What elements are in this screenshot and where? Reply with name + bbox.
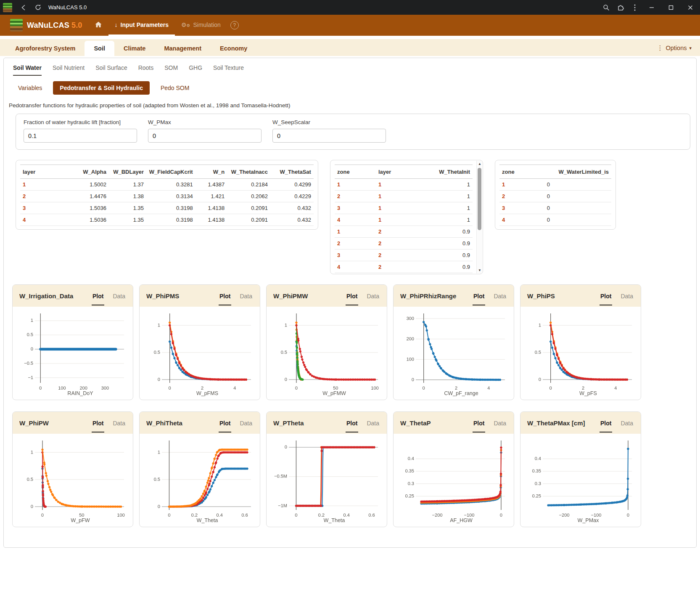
- gears-icon: ⚙⚙: [181, 21, 190, 28]
- table-row: 11.50021.370.32811.43870.21840.4299: [20, 179, 314, 191]
- close-button[interactable]: [681, 0, 700, 15]
- plot-title: W_PTheta: [273, 419, 346, 427]
- tab-soil[interactable]: Soil: [85, 41, 114, 56]
- data-tab[interactable]: Data: [493, 287, 507, 305]
- maximize-button[interactable]: [661, 0, 681, 15]
- input-0[interactable]: [24, 129, 137, 143]
- table-cell: 1.35: [106, 217, 144, 223]
- plot-card-header: W_PThetaPlotData: [267, 412, 387, 434]
- home-button[interactable]: [88, 15, 108, 36]
- pill-variables[interactable]: Variables: [13, 82, 47, 94]
- data-tab[interactable]: Data: [366, 287, 380, 305]
- pill-pedo-som[interactable]: Pedo SOM: [156, 82, 194, 94]
- table-scrollbar[interactable]: ▲▼: [476, 161, 482, 273]
- table-cell: 1: [378, 193, 420, 199]
- table-cell: 0.2091: [225, 205, 268, 211]
- plot-tab[interactable]: Plot: [473, 287, 485, 305]
- plot-tab[interactable]: Plot: [92, 414, 104, 432]
- scroll-up-icon[interactable]: ▲: [477, 162, 483, 166]
- table-row: 111: [335, 179, 473, 191]
- extensions-icon[interactable]: [613, 0, 628, 15]
- tab-agroforestry-system[interactable]: Agroforestry System: [6, 41, 85, 56]
- soil-water-subnav: VariablesPedotransfer & Soil HydraulicPe…: [13, 81, 696, 95]
- chevron-down-icon: ▾: [689, 45, 692, 51]
- soil-subnav: Soil WaterSoil NutrientSoil SurfaceRoots…: [4, 58, 696, 76]
- subtab-ghg[interactable]: GHG: [189, 64, 202, 76]
- plot-tab[interactable]: Plot: [600, 414, 612, 432]
- minimize-button[interactable]: [642, 0, 661, 15]
- table-cell: 0.4299: [268, 181, 311, 188]
- data-tab[interactable]: Data: [112, 414, 126, 432]
- reload-icon[interactable]: [31, 0, 45, 15]
- plot-tab[interactable]: Plot: [346, 287, 358, 305]
- table-cell: 1.38: [106, 193, 144, 199]
- column-header-W_Alpha: W_Alpha: [66, 169, 106, 175]
- back-icon[interactable]: [16, 0, 31, 15]
- plot-body: [13, 434, 133, 527]
- tab-management[interactable]: Management: [155, 41, 211, 56]
- plot-card-header: W_PhiPRhizRangePlotData: [394, 285, 514, 307]
- data-tab[interactable]: Data: [239, 414, 253, 432]
- subtab-soil-texture[interactable]: Soil Texture: [213, 64, 244, 76]
- data-tab[interactable]: Data: [620, 414, 634, 432]
- table-cell: 0.3134: [144, 193, 193, 199]
- scalar-inputs-card: Fraction of water hydraulic lift [fracti…: [16, 114, 690, 150]
- input-2[interactable]: [272, 129, 386, 143]
- header-nav: ↓ Input Parameters ⚙⚙ Simulation: [88, 15, 227, 36]
- pill-pedotransfer-soil-hydraulic[interactable]: Pedotransfer & Soil Hydraulic: [53, 81, 150, 95]
- browser-menu-icon[interactable]: [628, 0, 642, 15]
- table-cell: 0.432: [268, 205, 311, 211]
- plot-canvas: [144, 310, 255, 397]
- plot-tabs: PlotData: [92, 287, 126, 305]
- table-cell: 2: [378, 252, 420, 258]
- scrollbar-thumb[interactable]: [478, 168, 481, 230]
- table-row: 120.9: [335, 226, 473, 238]
- column-header-zone: zone: [502, 169, 547, 175]
- input-1[interactable]: [148, 129, 262, 143]
- app-header: WaNuLCAS5.0 ↓ Input Parameters ⚙⚙ Simula…: [0, 15, 700, 36]
- data-tab[interactable]: Data: [366, 414, 380, 432]
- options-menu[interactable]: ⋮ Options ▾: [657, 44, 700, 56]
- plot-card-W-ThetaP: W_ThetaPPlotData: [393, 411, 514, 527]
- subtab-soil-water[interactable]: Soil Water: [13, 64, 42, 76]
- table-cell: 1: [420, 193, 470, 199]
- plot-tab[interactable]: Plot: [473, 414, 485, 432]
- nav-input-parameters-label: Input Parameters: [121, 21, 169, 28]
- plot-card-W-PhiPS: W_PhiPSPlotData: [520, 284, 641, 400]
- data-tab[interactable]: Data: [620, 287, 634, 305]
- nav-input-parameters[interactable]: ↓ Input Parameters: [108, 15, 175, 36]
- tab-economy[interactable]: Economy: [211, 41, 256, 56]
- table-cell: 1.5036: [66, 205, 106, 211]
- subtab-soil-nutrient[interactable]: Soil Nutrient: [53, 64, 85, 76]
- table-cell: 1: [337, 228, 378, 235]
- subtab-som[interactable]: SOM: [164, 64, 178, 76]
- data-tab[interactable]: Data: [112, 287, 126, 305]
- tab-climate[interactable]: Climate: [114, 41, 155, 56]
- data-tab[interactable]: Data: [493, 414, 507, 432]
- app-title: WaNuLCAS5.0: [27, 21, 82, 30]
- table-cell: 0.9: [420, 252, 470, 258]
- plot-tab[interactable]: Plot: [219, 287, 231, 305]
- table-cell: 2: [502, 193, 547, 199]
- plot-canvas: [17, 438, 128, 524]
- nav-simulation[interactable]: ⚙⚙ Simulation: [175, 15, 227, 36]
- plot-card-header: W_PhiPMWPlotData: [267, 285, 387, 307]
- plot-tab[interactable]: Plot: [219, 414, 231, 432]
- table-cell: 1.4476: [66, 193, 106, 199]
- plot-tab[interactable]: Plot: [346, 414, 358, 432]
- plot-tab[interactable]: Plot: [600, 287, 612, 305]
- table-cell: 1: [378, 181, 420, 188]
- browser-titlebar: WaNuLCAS 5.0: [0, 0, 700, 15]
- table-row: 220.9: [335, 238, 473, 249]
- table-cell: 2: [378, 240, 420, 247]
- table-cell: 0.3198: [144, 217, 193, 223]
- subtab-roots[interactable]: Roots: [138, 64, 154, 76]
- data-tab[interactable]: Data: [239, 287, 253, 305]
- zoom-icon[interactable]: [599, 0, 613, 15]
- plot-tab[interactable]: Plot: [92, 287, 104, 305]
- table-row: 20: [499, 191, 611, 202]
- table-cell: 1.35: [106, 205, 144, 211]
- subtab-soil-surface[interactable]: Soil Surface: [95, 64, 127, 76]
- help-icon[interactable]: ?: [230, 21, 239, 29]
- scroll-down-icon[interactable]: ▼: [477, 268, 483, 272]
